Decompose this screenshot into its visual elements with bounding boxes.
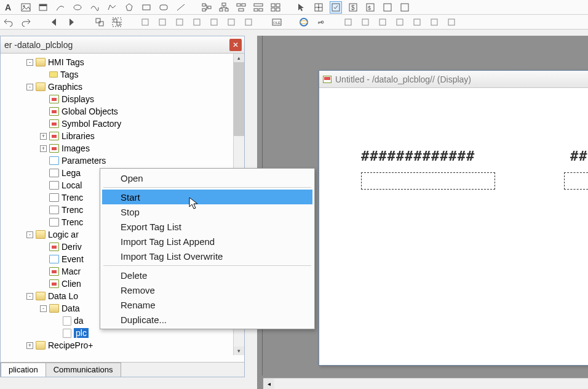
expand-toggle-icon[interactable]: -	[40, 305, 47, 312]
generic-tool-icon[interactable]	[191, 16, 203, 28]
tree-item[interactable]: -Graphics	[1, 81, 244, 93]
tree-item[interactable]: Displays	[1, 93, 244, 105]
group-icon[interactable]	[111, 16, 123, 28]
hscroll-left-icon[interactable]: ◂	[263, 379, 274, 389]
context-menu-item[interactable]: Rename	[102, 297, 312, 312]
ole-icon[interactable]: OLE	[271, 16, 283, 28]
context-menu-item[interactable]: Export Tag List	[102, 219, 312, 234]
svg-rect-6	[143, 5, 150, 10]
tree-item[interactable]: +RecipePro+	[1, 339, 244, 351]
generic-tool-icon[interactable]	[342, 16, 354, 28]
trend-icon	[49, 218, 59, 227]
numeric-placeholder-2[interactable]: ##	[570, 148, 588, 164]
generic-tool-icon[interactable]	[156, 16, 169, 28]
generic-tool-icon[interactable]	[428, 16, 440, 28]
expand-toggle-icon[interactable]: +	[40, 133, 47, 140]
context-menu-item[interactable]: Delete	[102, 268, 312, 283]
rect-icon[interactable]	[140, 1, 153, 14]
tree-item[interactable]: Symbol Factory	[1, 118, 244, 130]
generic-tool-icon[interactable]	[139, 16, 151, 28]
expand-toggle-icon[interactable]: +	[40, 145, 47, 152]
panel-title-bar[interactable]: er - datalo_plcblog ✕	[1, 36, 244, 54]
expand-toggle-icon[interactable]: -	[26, 84, 33, 90]
undo-icon[interactable]	[2, 16, 15, 28]
tree-item[interactable]: Tags	[1, 68, 244, 81]
canvas-hscrollbar[interactable]: ◂	[263, 378, 588, 389]
scroll-down-icon[interactable]: ▾	[234, 347, 244, 355]
display-window[interactable]: Untitled - /datalo_plcblog// (Display) #…	[319, 70, 588, 366]
roundrect-icon[interactable]	[157, 1, 170, 14]
generic-tool-icon[interactable]	[411, 16, 423, 28]
scroll-thumb[interactable]	[234, 62, 244, 136]
panel-icon[interactable]	[37, 1, 49, 14]
tree-item[interactable]: Global Objects	[1, 105, 244, 118]
numeric-placeholder-1[interactable]: #############	[361, 148, 475, 164]
more2-icon[interactable]	[399, 1, 411, 14]
pointer-icon[interactable]	[295, 1, 308, 14]
grid-icon[interactable]	[312, 1, 325, 14]
curve-icon[interactable]	[89, 1, 101, 14]
tree-item-label: Displays	[62, 94, 94, 104]
context-menu-item[interactable]: Import Tag List Overwrite	[102, 249, 312, 263]
grid4-icon[interactable]	[269, 1, 282, 14]
image-tool-icon[interactable]	[20, 1, 32, 14]
input-placeholder-1[interactable]	[361, 172, 495, 190]
svg-point-51	[300, 20, 308, 23]
text-tool-icon[interactable]: A	[2, 1, 15, 14]
tree-icon[interactable]	[201, 1, 213, 14]
generic-tool-icon[interactable]	[242, 16, 255, 28]
tree-item[interactable]: +Images	[1, 142, 244, 154]
input-placeholder-2[interactable]	[564, 172, 588, 190]
tab-application[interactable]: plication	[1, 363, 46, 377]
key-icon[interactable]	[315, 16, 327, 28]
context-menu-item[interactable]: Remove	[102, 283, 312, 297]
generic-tool-icon[interactable]	[208, 16, 220, 28]
polygon-icon[interactable]	[123, 1, 135, 14]
currency-icon[interactable]: $	[347, 1, 359, 14]
snap-icon[interactable]	[330, 1, 342, 14]
expand-toggle-icon[interactable]: -	[26, 231, 33, 238]
generic-tool-icon[interactable]	[376, 16, 389, 28]
arrow-right-icon[interactable]	[65, 16, 77, 28]
arrow-left-icon[interactable]	[48, 16, 60, 28]
display-window-titlebar[interactable]: Untitled - /datalo_plcblog// (Display)	[319, 71, 588, 88]
display-icon	[49, 119, 59, 128]
ellipse-tool-icon[interactable]	[71, 1, 84, 14]
tree-item-label: Libraries	[62, 131, 95, 141]
svg-rect-54	[379, 19, 386, 25]
redo-icon[interactable]	[20, 16, 32, 28]
generic-tool-icon[interactable]	[225, 16, 237, 28]
generic-tool-icon[interactable]	[445, 16, 458, 28]
generic-tool-icon[interactable]	[173, 16, 186, 28]
ie-icon[interactable]	[298, 16, 310, 28]
layout2-icon[interactable]	[252, 1, 264, 14]
expand-toggle-icon[interactable]: -	[26, 293, 33, 300]
ungroup-icon[interactable]	[93, 16, 106, 28]
layout1-icon[interactable]	[235, 1, 247, 14]
context-menu-item[interactable]: Start	[102, 190, 312, 204]
tree-item[interactable]: -HMI Tags	[1, 56, 244, 68]
line-icon[interactable]	[175, 1, 187, 14]
tree-item[interactable]: Parameters	[1, 154, 244, 167]
scroll-up-icon[interactable]: ▴	[234, 54, 244, 62]
tab-communications[interactable]: Communications	[46, 363, 121, 377]
context-menu-item[interactable]: Stop	[102, 204, 312, 219]
expand-toggle-icon[interactable]: -	[26, 59, 33, 66]
tree-item-label: Macr	[62, 267, 81, 276]
context-menu-item[interactable]: Open	[102, 170, 312, 185]
svg-rect-15	[237, 4, 240, 6]
arc-tool-icon[interactable]	[54, 1, 66, 14]
generic-tool-icon[interactable]	[359, 16, 371, 28]
more1-icon[interactable]	[381, 1, 394, 14]
panel-close-icon[interactable]: ✕	[229, 39, 242, 51]
expand-toggle-icon[interactable]: +	[26, 342, 33, 349]
currency2-icon[interactable]: $	[364, 1, 376, 14]
context-menu-item[interactable]: Import Tag List Append	[102, 234, 312, 249]
generic-tool-icon[interactable]	[394, 16, 406, 28]
tree-item[interactable]: +Libraries	[1, 130, 244, 142]
polyline-icon[interactable]	[106, 1, 118, 14]
svg-text:OLE: OLE	[273, 21, 280, 25]
context-menu-item[interactable]: Duplicate...	[102, 312, 312, 327]
org-icon[interactable]	[218, 1, 230, 14]
svg-rect-41	[142, 19, 148, 25]
